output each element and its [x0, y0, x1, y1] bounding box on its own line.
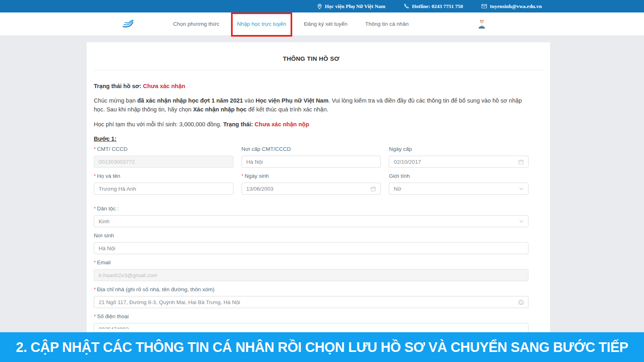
page-title: THÔNG TIN HỒ SƠ [94, 50, 528, 70]
form-full-width: *Dân tộc :KinhNơi sinhHà Nội*Emailtr.haa… [94, 206, 528, 335]
gioi-tinh-value: Nữ [394, 186, 516, 192]
dan-toc-input[interactable]: Kinh [94, 215, 528, 227]
topbar-hotline: Hotline: 0243 7751 750 [404, 3, 463, 10]
required-asterisk: * [94, 259, 96, 265]
profile-card: THÔNG TIN HỒ SƠ Trạng thái hồ sơ: Chưa x… [87, 42, 550, 362]
user-avatar[interactable] [477, 19, 486, 29]
nav-item-dang-ky-xet-tuyen[interactable]: Đăng ký xét tuyển [304, 21, 347, 27]
field-email: *Emailtr.haanh2x3@gmail.com [94, 259, 528, 281]
instruction-banner: 2. CẬP NHẬT CÁC THÔNG TIN CÁ NHÂN RỒI CH… [0, 332, 644, 362]
envelope-icon [481, 4, 487, 8]
noi-cap-cmt-cccd-value: Hà Nội [246, 159, 376, 165]
field-ho-va-ten: *Họ và tênTrương Hà Anh [94, 173, 233, 195]
email-value: tr.haanh2x3@gmail.com [99, 272, 524, 278]
email-label: *Email [94, 259, 528, 265]
so-dien-thoai-value: 0925474992 [99, 326, 524, 332]
ho-va-ten-value: Trương Hà Anh [99, 186, 229, 192]
ho-va-ten-label: *Họ và tên [94, 173, 233, 179]
dia-chi-nha-input[interactable]: 21 Ngõ 117, Đường 8-3, Quỳnh Mai, Hai Bà… [94, 296, 528, 308]
ngay-cap-input[interactable]: 02/10/2017 [389, 156, 528, 168]
location-pin-icon [317, 4, 322, 9]
top-info-bar: Học viện Phụ Nữ Việt Nam Hotline: 0243 7… [0, 0, 644, 12]
main-navbar: Chọn phương thứcNhập học trực tuyếnĐăng … [0, 12, 644, 35]
chevron-icon[interactable] [519, 220, 524, 223]
topbar-location: Học viện Phụ Nữ Việt Nam [317, 3, 385, 10]
email-input: tr.haanh2x3@gmail.com [94, 269, 528, 281]
topbar-location-label: Học viện Phụ Nữ Việt Nam [325, 3, 385, 10]
so-dien-thoai-label: *Số điện thoại [94, 313, 528, 319]
dia-chi-nha-value: 21 Ngõ 117, Đường 8-3, Quỳnh Mai, Hai Bà… [99, 299, 515, 305]
field-noi-cap-cmt-cccd: Nơi cấp CMT/CCCDHà Nội [242, 146, 381, 168]
phone-icon [404, 4, 409, 9]
step-1-heading: Bước 1: [94, 136, 528, 142]
ngay-cap-label: Ngày cấp [389, 146, 528, 152]
nav-menu: Chọn phương thứcNhập học trực tuyếnĐăng … [173, 12, 409, 35]
dan-toc-label: *Dân tộc : [94, 206, 528, 212]
topbar-email-label: tuyensinh@vwa.edu.vn [490, 3, 542, 10]
field-cmt-cccd: *CMT/ CCCD001303003772 [94, 146, 233, 168]
ngay-sinh-input[interactable]: 13/06/2003 [242, 183, 381, 195]
required-asterisk: * [94, 313, 96, 319]
dia-chi-nha-label: *Địa chỉ nhà (ghi rõ số nhà, tên đường, … [94, 286, 528, 292]
ngay-sinh-label: *Ngày sinh [242, 173, 381, 179]
field-gioi-tinh: Giới tínhNữ [389, 173, 528, 195]
topbar-hotline-label: Hotline: 0243 7751 750 [412, 3, 463, 10]
required-asterisk: * [94, 286, 96, 292]
ngay-sinh-value: 13/06/2003 [246, 186, 368, 192]
topbar-email: tuyensinh@vwa.edu.vn [481, 3, 542, 10]
status-line: Trạng thái hồ sơ: Chưa xác nhận [94, 82, 528, 90]
field-so-dien-thoai: *Số điện thoại0925474992 [94, 313, 528, 335]
required-asterisk: * [94, 173, 96, 179]
noi-cap-cmt-cccd-label: Nơi cấp CMT/CCCD [242, 146, 381, 152]
cmt-cccd-label: *CMT/ CCCD [94, 146, 233, 152]
required-asterisk: * [94, 206, 96, 212]
noi-sinh-value: Hà Nội [99, 245, 524, 251]
nav-item-chon-phuong-thuc[interactable]: Chọn phương thức [173, 21, 219, 27]
nav-item-thong-tin-ca-nhan[interactable]: Thông tin cá nhân [365, 21, 409, 27]
info-icon[interactable] [518, 300, 524, 305]
title-divider [94, 70, 543, 70]
required-asterisk: * [94, 146, 96, 152]
ho-va-ten-input[interactable]: Trương Hà Anh [94, 183, 233, 195]
field-dia-chi-nha: *Địa chỉ nhà (ghi rõ số nhà, tên đường, … [94, 286, 528, 308]
calendar-icon[interactable] [518, 159, 524, 165]
instruction-banner-text: 2. CẬP NHẬT CÁC THÔNG TIN CÁ NHÂN RỒI CH… [16, 339, 628, 355]
field-noi-sinh: Nơi sinhHà Nội [94, 232, 528, 254]
nav-item-nhap-hoc-truc-tuyen[interactable]: Nhập học trực tuyến [237, 21, 286, 27]
dan-toc-value: Kinh [99, 218, 516, 224]
calendar-icon[interactable] [371, 186, 376, 191]
page-body: THÔNG TIN HỒ SƠ Trạng thái hồ sơ: Chưa x… [0, 35, 644, 362]
field-ngay-cap: Ngày cấp02/10/2017 [389, 146, 528, 168]
gioi-tinh-input[interactable]: Nữ [389, 183, 528, 195]
chevron-icon[interactable] [519, 187, 524, 190]
form-grid: *CMT/ CCCD001303003772Nơi cấp CMT/CCCDHà… [94, 146, 528, 195]
cmt-cccd-input: 001303003772 [94, 156, 233, 168]
noi-sinh-input[interactable]: Hà Nội [94, 242, 528, 254]
gioi-tinh-label: Giới tính [389, 173, 528, 179]
fee-line: Học phí tạm thu với mỗi thí sinh: 3,000,… [94, 120, 528, 129]
intro-paragraph: Chúc mừng bạn đã xác nhận nhập học đợt 1… [94, 96, 528, 114]
vwa-logo-icon[interactable] [121, 17, 135, 31]
required-asterisk: * [242, 173, 244, 179]
noi-sinh-label: Nơi sinh [94, 232, 528, 239]
ngay-cap-value: 02/10/2017 [394, 159, 515, 165]
field-dan-toc: *Dân tộc :Kinh [94, 206, 528, 227]
noi-cap-cmt-cccd-input[interactable]: Hà Nội [242, 156, 381, 168]
cmt-cccd-value: 001303003772 [99, 159, 229, 165]
field-ngay-sinh: *Ngày sinh13/06/2003 [242, 173, 381, 195]
